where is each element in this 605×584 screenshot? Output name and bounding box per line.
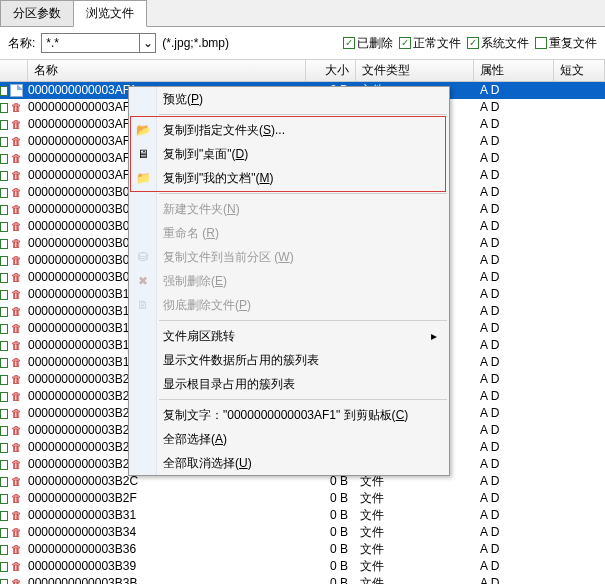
file-attr: A D bbox=[474, 558, 554, 575]
table-row[interactable]: 🗑0000000000003B310 B文件A D bbox=[0, 507, 605, 524]
row-checkbox[interactable] bbox=[0, 222, 8, 232]
menu-deselect-all[interactable]: 全部取消选择(U) bbox=[129, 451, 449, 475]
delete-file-icon: 🗎 bbox=[135, 297, 151, 313]
trash-icon: 🗑 bbox=[11, 235, 22, 252]
col-short[interactable]: 短文 bbox=[554, 60, 605, 81]
row-checkbox[interactable] bbox=[0, 579, 8, 585]
file-attr: A D bbox=[474, 507, 554, 524]
menu-copy-to-documents[interactable]: 📁复制到"我的文档"(M) bbox=[129, 166, 449, 190]
table-row[interactable]: 🗑0000000000003B340 B文件A D bbox=[0, 524, 605, 541]
row-checkbox[interactable] bbox=[0, 290, 8, 300]
file-name: 0000000000003B31 bbox=[24, 507, 304, 524]
trash-icon: 🗑 bbox=[11, 252, 22, 269]
row-checkbox[interactable] bbox=[0, 392, 8, 402]
file-attr: A D bbox=[474, 252, 554, 269]
file-attr: A D bbox=[474, 269, 554, 286]
row-checkbox[interactable] bbox=[0, 324, 8, 334]
tab-partition-params[interactable]: 分区参数 bbox=[0, 0, 74, 26]
menu-copy-to-folder[interactable]: 📂复制到指定文件夹(S)... bbox=[129, 118, 449, 142]
trash-icon: 🗑 bbox=[11, 150, 22, 167]
row-checkbox[interactable] bbox=[0, 358, 8, 368]
check-deleted[interactable]: ✓已删除 bbox=[343, 35, 393, 52]
file-icon bbox=[10, 84, 23, 97]
menu-copy-text[interactable]: 复制文字："0000000000003AF1" 到剪贴板(C) bbox=[129, 403, 449, 427]
file-attr: A D bbox=[474, 320, 554, 337]
filter-bar: 名称: ⌄ (*.jpg;*.bmp) ✓已删除 ✓正常文件 ✓系统文件 重复文… bbox=[0, 27, 605, 60]
tab-bar: 分区参数 浏览文件 bbox=[0, 0, 605, 27]
row-checkbox[interactable] bbox=[0, 205, 8, 215]
file-attr: A D bbox=[474, 524, 554, 541]
row-checkbox[interactable] bbox=[0, 511, 8, 521]
menu-force-delete: ✖强制删除(E) bbox=[129, 269, 449, 293]
row-checkbox[interactable] bbox=[0, 154, 8, 164]
pattern-hint: (*.jpg;*.bmp) bbox=[162, 36, 229, 50]
menu-show-data-clusters[interactable]: 显示文件数据所占用的簇列表 bbox=[129, 348, 449, 372]
file-name: 0000000000003B39 bbox=[24, 558, 304, 575]
row-checkbox[interactable] bbox=[0, 307, 8, 317]
pattern-input[interactable] bbox=[42, 36, 139, 50]
desktop-icon: 🖥 bbox=[135, 146, 151, 162]
row-checkbox[interactable] bbox=[0, 137, 8, 147]
table-row[interactable]: 🗑0000000000003B2F0 B文件A D bbox=[0, 490, 605, 507]
row-checkbox[interactable] bbox=[0, 409, 8, 419]
folder-icon: 📁 bbox=[135, 170, 151, 186]
check-normal[interactable]: ✓正常文件 bbox=[399, 35, 461, 52]
trash-icon: 🗑 bbox=[11, 388, 22, 405]
table-row[interactable]: 🗑0000000000003B3B0 B文件A D bbox=[0, 575, 605, 584]
trash-icon: 🗑 bbox=[11, 303, 22, 320]
trash-icon: 🗑 bbox=[11, 320, 22, 337]
row-checkbox[interactable] bbox=[0, 171, 8, 181]
row-checkbox[interactable] bbox=[0, 562, 8, 572]
file-attr: A D bbox=[474, 201, 554, 218]
row-checkbox[interactable] bbox=[0, 120, 8, 130]
row-checkbox[interactable] bbox=[0, 256, 8, 266]
file-attr: A D bbox=[474, 422, 554, 439]
check-duplicate-label: 重复文件 bbox=[549, 35, 597, 52]
row-checkbox[interactable] bbox=[0, 239, 8, 249]
trash-icon: 🗑 bbox=[11, 354, 22, 371]
col-attr[interactable]: 属性 bbox=[474, 60, 554, 81]
row-checkbox[interactable] bbox=[0, 273, 8, 283]
row-checkbox[interactable] bbox=[0, 443, 8, 453]
row-checkbox[interactable] bbox=[0, 103, 8, 113]
check-duplicate[interactable]: 重复文件 bbox=[535, 35, 597, 52]
row-checkbox[interactable] bbox=[0, 460, 8, 470]
row-checkbox[interactable] bbox=[0, 494, 8, 504]
menu-select-all[interactable]: 全部选择(A) bbox=[129, 427, 449, 451]
row-checkbox[interactable] bbox=[0, 86, 8, 96]
menu-sector-jump[interactable]: 文件扇区跳转▸ bbox=[129, 324, 449, 348]
col-name[interactable]: 名称 bbox=[28, 60, 306, 81]
trash-icon: 🗑 bbox=[11, 541, 22, 558]
table-row[interactable]: 🗑0000000000003B360 B文件A D bbox=[0, 541, 605, 558]
file-type: 文件 bbox=[354, 558, 474, 575]
file-attr: A D bbox=[474, 541, 554, 558]
pattern-combo[interactable]: ⌄ bbox=[41, 33, 156, 53]
file-attr: A D bbox=[474, 354, 554, 371]
trash-icon: 🗑 bbox=[11, 269, 22, 286]
table-row[interactable]: 🗑0000000000003B390 B文件A D bbox=[0, 558, 605, 575]
tab-browse-files[interactable]: 浏览文件 bbox=[73, 0, 147, 27]
menu-show-root-clusters[interactable]: 显示根目录占用的簇列表 bbox=[129, 372, 449, 396]
menu-copy-to-desktop[interactable]: 🖥复制到"桌面"(D) bbox=[129, 142, 449, 166]
file-attr: A D bbox=[474, 116, 554, 133]
row-checkbox[interactable] bbox=[0, 341, 8, 351]
trash-icon: 🗑 bbox=[11, 439, 22, 456]
trash-icon: 🗑 bbox=[11, 116, 22, 133]
file-name: 0000000000003B36 bbox=[24, 541, 304, 558]
menu-preview[interactable]: 预览(P) bbox=[129, 87, 449, 111]
file-attr: A D bbox=[474, 286, 554, 303]
row-checkbox[interactable] bbox=[0, 188, 8, 198]
check-system[interactable]: ✓系统文件 bbox=[467, 35, 529, 52]
row-checkbox[interactable] bbox=[0, 528, 8, 538]
trash-icon: 🗑 bbox=[11, 558, 22, 575]
row-checkbox[interactable] bbox=[0, 477, 8, 487]
col-type[interactable]: 文件类型 bbox=[356, 60, 474, 81]
trash-icon: 🗑 bbox=[11, 422, 22, 439]
menu-new-folder: 新建文件夹(N) bbox=[129, 197, 449, 221]
col-size[interactable]: 大小 bbox=[306, 60, 356, 81]
row-checkbox[interactable] bbox=[0, 375, 8, 385]
row-checkbox[interactable] bbox=[0, 545, 8, 555]
chevron-down-icon[interactable]: ⌄ bbox=[139, 34, 155, 52]
file-size: 0 B bbox=[304, 575, 354, 584]
row-checkbox[interactable] bbox=[0, 426, 8, 436]
